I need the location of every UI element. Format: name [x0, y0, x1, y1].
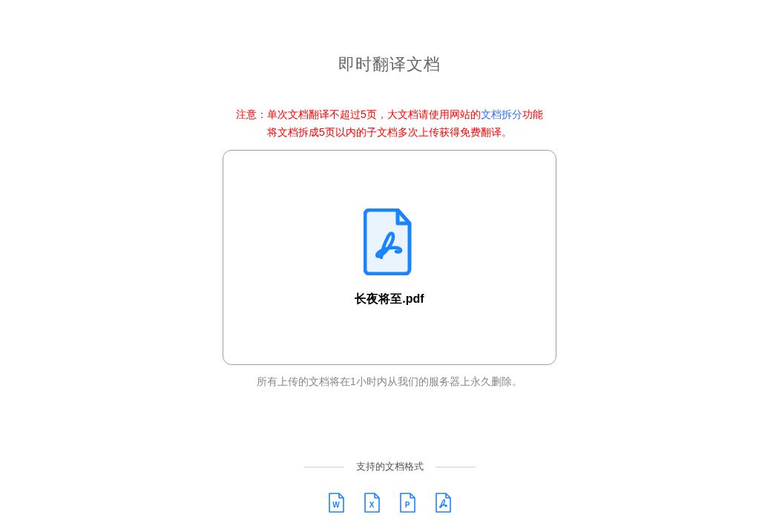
notice-line2: 将文档拆成5页以内的子文档多次上传获得免费翻译。: [236, 123, 543, 141]
auto-delete-note: 所有上传的文档将在1小时内从我们的服务器上永久删除。: [257, 375, 522, 389]
divider-line: [435, 467, 476, 467]
doc-pdf-icon: [435, 493, 451, 513]
svg-text:P: P: [405, 501, 410, 509]
svg-text:X: X: [369, 501, 375, 509]
format-icons-row: W X P: [328, 493, 451, 513]
uploaded-file-name: 长夜将至.pdf: [355, 292, 424, 307]
upload-dropzone[interactable]: 长夜将至.pdf: [223, 150, 556, 365]
notice-text: 注意：单次文档翻译不超过5页，大文档请使用网站的文档拆分功能 将文档拆成5页以内…: [236, 105, 543, 141]
notice-line1-suffix: 功能: [522, 108, 543, 120]
divider-line: [304, 467, 344, 467]
notice-line1-prefix: 注意：单次文档翻译不超过5页，大文档请使用网站的: [236, 108, 481, 120]
supported-formats-divider: 支持的文档格式: [304, 460, 476, 473]
doc-split-link[interactable]: 文档拆分: [481, 108, 522, 120]
doc-ppt-icon: P: [399, 493, 415, 513]
pdf-file-icon: [364, 208, 415, 275]
doc-word-icon: W: [328, 493, 344, 513]
svg-text:W: W: [332, 501, 340, 509]
doc-excel-icon: X: [364, 493, 380, 513]
supported-formats-label: 支持的文档格式: [356, 460, 424, 473]
page-title: 即时翻译文档: [338, 53, 441, 76]
